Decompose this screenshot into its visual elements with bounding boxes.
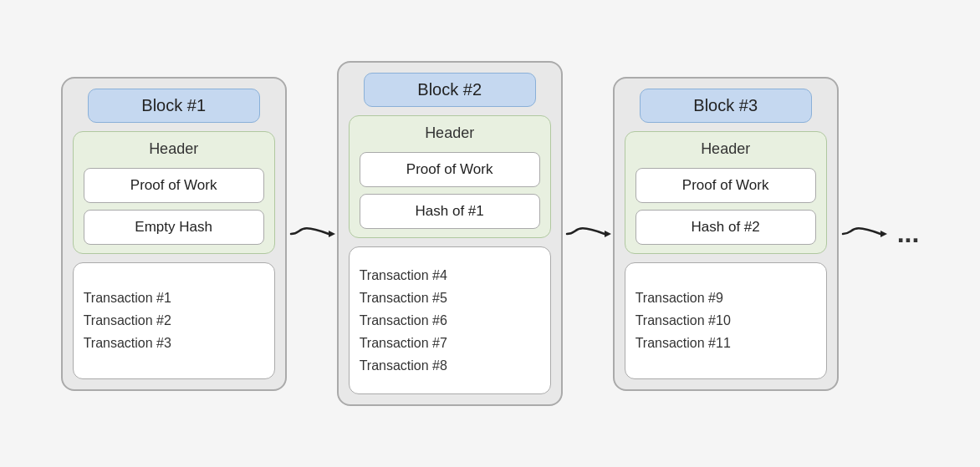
block-2-proof-of-work: Proof of Work xyxy=(360,152,540,187)
list-item: Transaction #5 xyxy=(360,287,447,309)
list-item: Transaction #1 xyxy=(84,287,171,309)
block-2-header: Header Proof of Work Hash of #1 xyxy=(349,115,551,238)
svg-marker-1 xyxy=(605,231,611,237)
svg-marker-0 xyxy=(329,231,335,237)
block-1-header: Header Proof of Work Empty Hash xyxy=(73,131,275,254)
arrow-2 xyxy=(563,213,613,255)
block-3-proof-of-work: Proof of Work xyxy=(635,168,816,203)
block-1-hash-field: Empty Hash xyxy=(84,210,264,245)
list-item: Transaction #3 xyxy=(84,332,171,354)
block-1-transactions: Transaction #1 Transaction #2 Transactio… xyxy=(73,262,275,379)
block-3-label: Block #3 xyxy=(640,89,812,123)
block-1-label: Block #1 xyxy=(88,89,260,123)
list-item: Transaction #10 xyxy=(635,309,731,332)
list-item: Transaction #2 xyxy=(84,309,171,332)
block-3-wrapper: Block #3 Header Proof of Work Hash of #2… xyxy=(613,77,839,391)
block-1-proof-of-work: Proof of Work xyxy=(84,168,264,203)
block-2-transactions: Transaction #4 Transaction #5 Transactio… xyxy=(349,246,551,395)
svg-marker-2 xyxy=(880,231,887,237)
block-3-header-title: Header xyxy=(635,140,816,161)
block-1: Block #1 Header Proof of Work Empty Hash… xyxy=(61,77,287,391)
block-3-transactions: Transaction #9 Transaction #10 Transacti… xyxy=(625,262,827,379)
list-item: Transaction #7 xyxy=(360,332,447,354)
block-1-wrapper: Block #1 Header Proof of Work Empty Hash… xyxy=(61,77,287,391)
block-2: Block #2 Header Proof of Work Hash of #1… xyxy=(337,61,563,407)
list-item: Transaction #9 xyxy=(635,287,723,309)
block-2-label: Block #2 xyxy=(364,73,536,107)
arrow-3 xyxy=(839,213,889,255)
block-3: Block #3 Header Proof of Work Hash of #2… xyxy=(613,77,839,391)
block-3-header: Header Proof of Work Hash of #2 xyxy=(625,131,827,254)
block-2-wrapper: Block #2 Header Proof of Work Hash of #1… xyxy=(337,61,563,407)
list-item: Transaction #6 xyxy=(360,309,447,332)
list-item: Transaction #4 xyxy=(360,264,447,287)
block-2-hash-field: Hash of #1 xyxy=(360,194,540,229)
block-3-hash-field: Hash of #2 xyxy=(635,210,816,245)
block-1-header-title: Header xyxy=(84,140,264,161)
continuation-ellipsis: ... xyxy=(897,218,920,249)
list-item: Transaction #11 xyxy=(635,332,731,354)
blockchain-diagram: Block #1 Header Proof of Work Empty Hash… xyxy=(0,44,980,424)
arrow-1 xyxy=(287,213,337,255)
list-item: Transaction #8 xyxy=(360,354,447,377)
block-2-header-title: Header xyxy=(360,124,540,145)
